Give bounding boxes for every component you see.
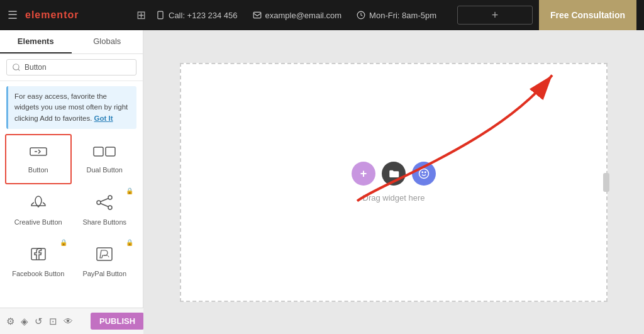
phone-icon (156, 11, 165, 19)
top-bar-left: ☰ elementor ⊞ (8, 8, 146, 22)
email-icon (253, 11, 262, 19)
facebook-button-label: Facebook Button (12, 269, 64, 278)
facebook-button-lock: 🔒 (60, 239, 67, 246)
canvas-inner: + Drag widget here (180, 63, 608, 302)
widgets-grid: Button Dual Button Creative Button (0, 134, 143, 288)
resize-handle[interactable] (603, 173, 609, 192)
phone-info: Call: +123 234 456 (156, 11, 238, 20)
add-section-button[interactable]: + (457, 6, 533, 25)
share-buttons-label: Share Buttons (82, 218, 126, 226)
widget-share-buttons[interactable]: 🔒 Share Buttons (72, 184, 138, 236)
button-icon (29, 144, 48, 162)
creative-button-icon (29, 194, 48, 214)
svg-point-8 (108, 206, 112, 209)
top-bar-right: + Free Consultation (457, 0, 636, 30)
sidebar-tip: For easy access, favorite the widgets yo… (6, 86, 136, 129)
svg-rect-1 (253, 12, 261, 18)
widget-creative-button[interactable]: Creative Button (5, 184, 72, 236)
responsive-icon[interactable]: ⊡ (49, 316, 57, 327)
grid-icon[interactable]: ⊞ (136, 8, 146, 22)
history-icon[interactable]: ↺ (35, 316, 43, 327)
svg-rect-4 (94, 147, 103, 156)
email-info: example@email.com (253, 11, 342, 20)
dual-button-icon (93, 144, 116, 162)
paypal-button-lock: 🔒 (126, 239, 133, 246)
hours-info: Mon-Fri: 8am-5pm (357, 11, 436, 20)
paypal-button-icon (95, 245, 114, 265)
button-label: Button (28, 165, 48, 174)
widget-dual-button[interactable]: Dual Button (72, 134, 138, 184)
svg-point-13 (425, 172, 426, 173)
preview-icon[interactable]: 👁 (64, 316, 73, 326)
svg-rect-5 (106, 147, 115, 156)
folder-button[interactable] (382, 162, 406, 186)
svg-rect-9 (31, 248, 45, 260)
got-it-link[interactable]: Got It (94, 114, 113, 122)
svg-point-6 (108, 196, 112, 199)
add-widget-button[interactable]: + (352, 162, 375, 186)
widget-button[interactable]: Button (5, 134, 72, 184)
widget-paypal-button[interactable]: 🔒 PayPal Button (72, 236, 138, 287)
tab-elements[interactable]: Elements (0, 30, 72, 53)
layers-icon[interactable]: ◈ (21, 316, 28, 327)
sidebar-tabs: Elements Globals (0, 30, 143, 54)
hamburger-icon[interactable]: ☰ (8, 8, 18, 22)
free-consultation-button[interactable]: Free Consultation (539, 0, 636, 30)
top-bar: ☰ elementor ⊞ Call: +123 234 456 example… (0, 0, 644, 30)
sidebar-search (0, 54, 143, 81)
svg-point-11 (419, 169, 429, 179)
tab-globals[interactable]: Globals (72, 30, 143, 53)
sidebar: Elements Globals For easy access, favori… (0, 30, 143, 334)
svg-rect-0 (158, 11, 163, 19)
widget-controls: + (352, 162, 436, 186)
search-input[interactable] (6, 59, 136, 75)
dual-button-label: Dual Button (87, 165, 123, 174)
svg-point-12 (422, 172, 423, 173)
facebook-button-icon (30, 245, 47, 265)
clock-icon (357, 11, 365, 19)
top-bar-center: Call: +123 234 456 example@email.com Mon… (146, 11, 457, 20)
widget-facebook-button[interactable]: 🔒 Facebook Button (5, 236, 72, 287)
share-buttons-icon (95, 194, 114, 214)
settings-icon[interactable]: ⚙ (6, 316, 14, 327)
canvas-area: + Drag widget here (143, 30, 644, 334)
svg-point-7 (97, 201, 101, 204)
smiley-button[interactable] (412, 162, 436, 186)
svg-rect-10 (97, 248, 112, 260)
bottom-bar: ⚙ ◈ ↺ ⊡ 👁 PUBLISH ▲ (0, 308, 143, 334)
paypal-button-label: PayPal Button (82, 269, 126, 278)
creative-button-label: Creative Button (14, 218, 62, 226)
publish-button[interactable]: PUBLISH (91, 313, 144, 330)
elementor-logo: elementor (25, 9, 79, 21)
share-buttons-lock: 🔒 (126, 187, 133, 194)
svg-rect-3 (30, 148, 47, 155)
drag-label: Drag widget here (363, 193, 425, 203)
main-layout: Elements Globals For easy access, favori… (0, 30, 644, 334)
